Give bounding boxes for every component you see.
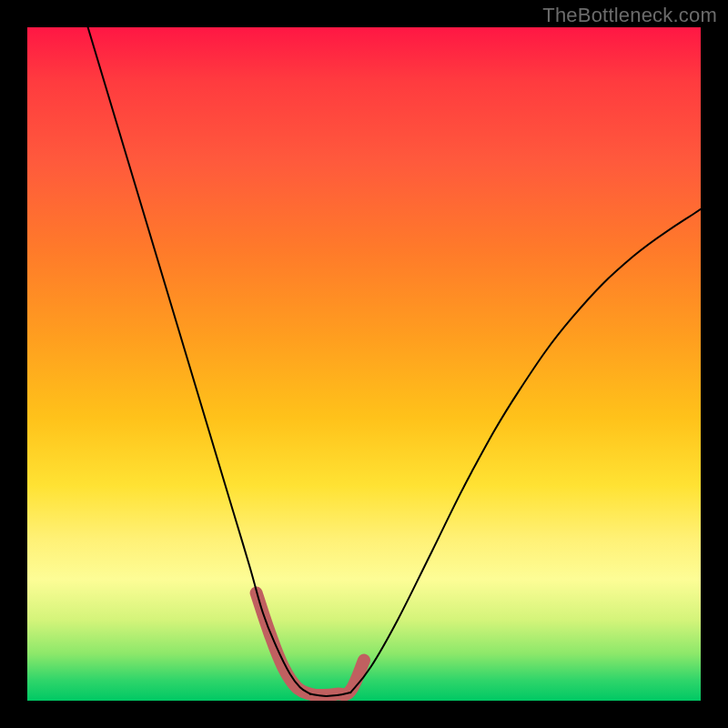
valley-highlight bbox=[257, 593, 364, 696]
left-branch-curve bbox=[88, 27, 310, 694]
watermark-text: TheBottleneck.com bbox=[542, 4, 717, 27]
plot-area bbox=[27, 27, 701, 701]
right-branch-curve bbox=[350, 209, 701, 693]
chart-svg bbox=[27, 27, 701, 701]
outer-frame: TheBottleneck.com bbox=[0, 0, 728, 728]
